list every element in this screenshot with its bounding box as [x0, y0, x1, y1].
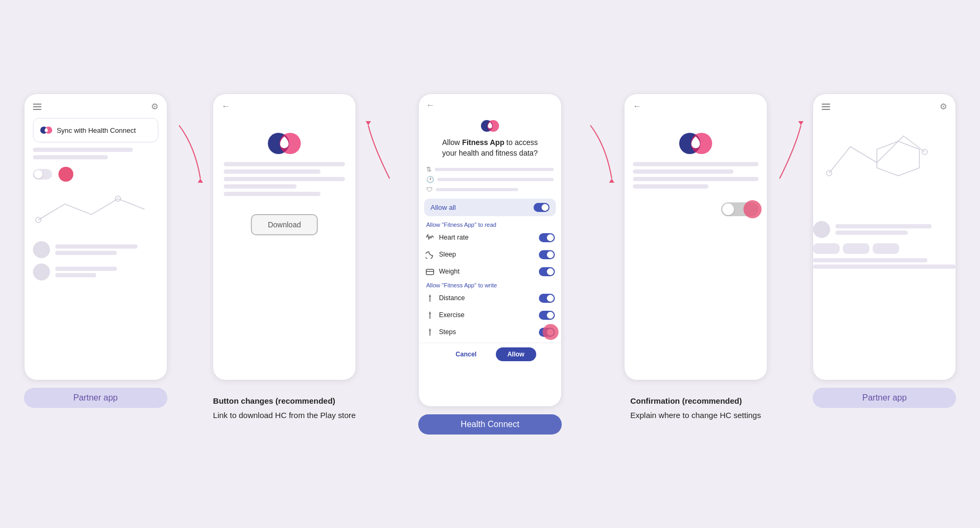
avatar-1 [33, 241, 50, 258]
download-section: ← Download [200, 93, 368, 421]
label-badge-hc: Health Connect [418, 414, 562, 435]
phone4-back-arrow[interactable]: ← [633, 101, 641, 111]
allow-button[interactable]: Allow [496, 347, 536, 361]
svg-marker-7 [366, 121, 371, 125]
perm-sleep: Sleep [419, 246, 561, 263]
hc-phone-header: ← [419, 94, 561, 113]
phone-4-header: ← [624, 94, 767, 114]
phone-hc: ← Allow Fitness App to accessyour health… [418, 93, 562, 407]
write-section-label: Allow "Fitness App" to write [419, 280, 561, 289]
filter-row-3: 🛡 [426, 186, 554, 193]
distance-label: Distance [439, 294, 535, 302]
weight-label: Weight [439, 268, 535, 275]
allow-all-text: Allow all [430, 203, 456, 211]
label-badge-5: Partner app [813, 388, 956, 408]
avatar-2 [33, 263, 50, 280]
sync-text: Sync with Health Connect [57, 126, 136, 134]
list-item-2 [33, 263, 158, 280]
arrow-1 [174, 93, 206, 200]
exercise-toggle[interactable] [539, 311, 555, 320]
hc-section: ← Allow Fitness App to accessyour health… [390, 93, 590, 435]
last-list-item [813, 221, 956, 238]
tag-3 [873, 243, 899, 254]
svg-marker-4 [198, 178, 203, 183]
conf-logo [677, 125, 714, 162]
sleep-label: Sleep [439, 251, 535, 258]
desc-title-4: Confirmation (recommended) [630, 395, 761, 407]
svg-rect-10 [426, 269, 434, 275]
graph-area [33, 188, 158, 236]
steps-label: Steps [439, 328, 535, 336]
desc-body-4: Explain where to change HC settings [630, 410, 761, 422]
partner-app-section-1: ⚙ Sync with Health Connect [12, 93, 179, 408]
conf-toggle-thumb [722, 203, 734, 215]
weight-toggle[interactable] [539, 267, 555, 276]
perm-heart-rate: Heart rate [419, 229, 561, 246]
filter-row-2: 🕐 [426, 176, 554, 183]
cancel-button[interactable]: Cancel [444, 347, 488, 361]
last-graph-svg [813, 120, 940, 216]
last-bar-1 [813, 258, 927, 262]
phone-4: ← [624, 93, 767, 380]
allow-all-toggle[interactable] [534, 203, 550, 212]
arrow-gap-4 [780, 93, 801, 200]
list-item-1 [33, 241, 158, 258]
pink-dot-1 [58, 167, 73, 182]
download-button[interactable]: Download [251, 214, 318, 235]
sleep-icon [425, 250, 435, 259]
desc-block-4: Confirmation (recommended) Explain where… [630, 388, 761, 421]
distance-toggle[interactable] [539, 294, 555, 303]
hc-logo-large [266, 125, 303, 162]
gear-icon-5[interactable]: ⚙ [940, 101, 947, 112]
read-section-label: Allow "Fitness App" to read [419, 219, 561, 229]
gear-icon[interactable]: ⚙ [151, 101, 158, 112]
conf-toggle-area [633, 202, 758, 216]
heart-rate-label: Heart rate [439, 234, 535, 241]
tag-2 [843, 243, 869, 254]
arrow-gap-2 [368, 93, 390, 200]
sleep-toggle[interactable] [539, 250, 555, 259]
phone-1-header: ⚙ [24, 94, 167, 115]
hc-logo-dialog [480, 116, 500, 135]
hc-title-text: Allow Fitness App to accessyour health a… [426, 138, 554, 158]
confirmation-section: ← [612, 93, 779, 421]
hc-footer: Cancel Allow [419, 343, 561, 367]
heart-rate-icon [425, 233, 435, 242]
desc-title-2: Button changes (recommended) [213, 395, 356, 407]
hc-back-arrow[interactable]: ← [426, 100, 435, 110]
hc-icon-small [40, 124, 53, 137]
conf-lines [633, 162, 758, 192]
heart-rate-toggle[interactable] [539, 233, 555, 242]
hc-title-area: Allow Fitness App to accessyour health a… [419, 113, 561, 164]
toggle-thumb [34, 170, 43, 178]
perm-steps: Steps [419, 323, 561, 340]
toggle-track[interactable] [33, 169, 52, 180]
exercise-icon [425, 310, 435, 320]
arrow-gap-3 [590, 93, 612, 200]
tag-row [813, 243, 956, 254]
arrow-gap-1 [179, 93, 200, 200]
sync-row[interactable]: Sync with Health Connect [33, 118, 158, 142]
phone-5-header: ⚙ [813, 94, 956, 115]
conf-content [624, 114, 767, 227]
steps-icon [425, 327, 435, 337]
hamburger-icon [33, 104, 41, 110]
graph-svg [33, 188, 159, 236]
svg-marker-15 [609, 178, 614, 183]
last-bar-2 [813, 265, 956, 269]
filter-section: ⇅ 🕐 🛡 [419, 164, 561, 195]
desc-block-2: Button changes (recommended) Link to dow… [213, 388, 356, 421]
desc-lines [224, 162, 345, 199]
back-arrow-icon[interactable]: ← [222, 101, 230, 111]
weight-icon [425, 267, 435, 276]
exercise-label: Exercise [439, 311, 535, 319]
bottom-list [33, 241, 158, 280]
label-badge-1: Partner app [24, 388, 167, 408]
last-avatar [813, 221, 830, 238]
phone-1: ⚙ Sync with Health Connect [24, 93, 167, 380]
hamburger-icon-5 [822, 104, 830, 110]
steps-toggle-wrap [539, 328, 555, 337]
last-bottom [813, 221, 956, 269]
main-container: ⚙ Sync with Health Connect [12, 93, 968, 435]
desc-body-2: Link to download HC from the Play store [213, 410, 356, 422]
